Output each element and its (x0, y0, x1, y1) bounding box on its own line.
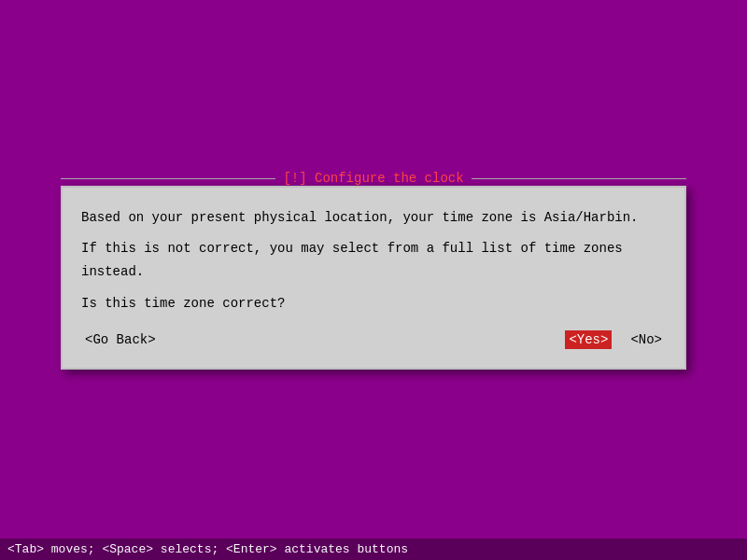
dialog-body: Based on your present physical location,… (81, 206, 666, 315)
dialog-title: [!] Configure the clock (275, 171, 471, 186)
go-back-button[interactable]: <Go Back> (81, 330, 160, 349)
status-bar-text: <Tab> moves; <Space> selects; <Enter> ac… (7, 542, 408, 556)
status-bar: <Tab> moves; <Space> selects; <Enter> ac… (0, 539, 747, 560)
body-line: Is this time zone correct? (81, 292, 666, 315)
body-line: If this is not correct, you may select f… (81, 237, 666, 284)
title-line-left (61, 177, 275, 178)
dialog-buttons: <Go Back> <Yes> <No> (81, 330, 666, 349)
dialog-title-bar: [!] Configure the clock (61, 171, 686, 186)
dialog-box: Based on your present physical location,… (61, 186, 686, 370)
body-line: Based on your present physical location,… (81, 206, 666, 230)
title-line-right (472, 177, 686, 178)
button-group-right: <Yes> <No> (565, 330, 666, 349)
dialog-container: [!] Configure the clock Based on your pr… (61, 171, 686, 370)
yes-button[interactable]: <Yes> (565, 330, 612, 349)
no-button[interactable]: <No> (627, 330, 666, 349)
